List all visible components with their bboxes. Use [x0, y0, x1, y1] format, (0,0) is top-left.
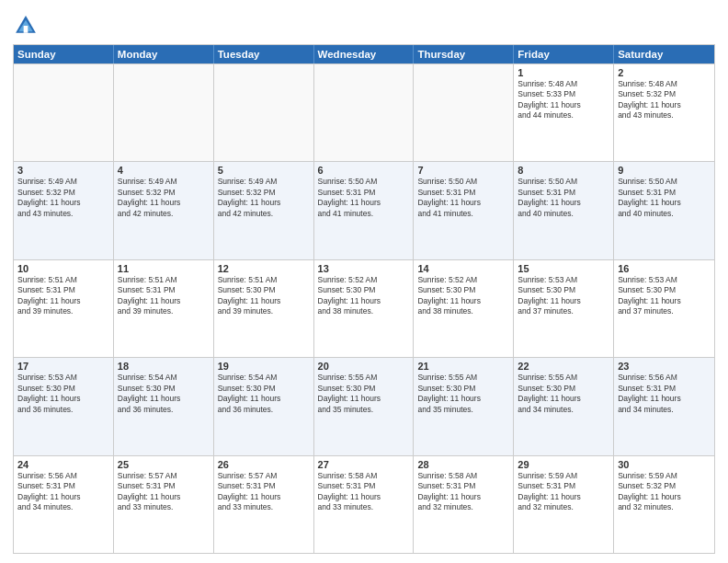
cell-info: Sunrise: 5:50 AM Sunset: 5:31 PM Dayligh… [417, 177, 509, 219]
cal-cell-3-5: 14Sunrise: 5:52 AM Sunset: 5:30 PM Dayli… [414, 260, 514, 357]
cal-week-2: 3Sunrise: 5:49 AM Sunset: 5:32 PM Daylig… [14, 161, 714, 259]
cal-cell-5-3: 26Sunrise: 5:57 AM Sunset: 5:31 PM Dayli… [214, 456, 314, 553]
day-number: 19 [218, 361, 310, 372]
cal-cell-5-7: 30Sunrise: 5:59 AM Sunset: 5:32 PM Dayli… [614, 456, 714, 553]
day-number: 2 [618, 67, 711, 78]
cell-info: Sunrise: 5:52 AM Sunset: 5:30 PM Dayligh… [318, 275, 410, 317]
cell-info: Sunrise: 5:48 AM Sunset: 5:33 PM Dayligh… [518, 79, 609, 121]
cal-cell-5-1: 24Sunrise: 5:56 AM Sunset: 5:31 PM Dayli… [14, 456, 114, 553]
cell-info: Sunrise: 5:50 AM Sunset: 5:31 PM Dayligh… [318, 177, 410, 219]
cell-info: Sunrise: 5:59 AM Sunset: 5:32 PM Dayligh… [618, 471, 711, 513]
day-number: 1 [518, 67, 609, 78]
day-number: 7 [417, 165, 509, 176]
cal-cell-2-2: 4Sunrise: 5:49 AM Sunset: 5:32 PM Daylig… [114, 162, 214, 259]
cal-cell-4-6: 22Sunrise: 5:55 AM Sunset: 5:30 PM Dayli… [514, 358, 614, 454]
cell-info: Sunrise: 5:55 AM Sunset: 5:30 PM Dayligh… [518, 373, 609, 415]
calendar-body: 1Sunrise: 5:48 AM Sunset: 5:33 PM Daylig… [14, 63, 714, 553]
header [13, 9, 715, 39]
cell-info: Sunrise: 5:57 AM Sunset: 5:31 PM Dayligh… [218, 471, 310, 513]
cal-cell-3-7: 16Sunrise: 5:53 AM Sunset: 5:30 PM Dayli… [614, 260, 714, 357]
cal-cell-2-1: 3Sunrise: 5:49 AM Sunset: 5:32 PM Daylig… [14, 162, 114, 259]
cell-info: Sunrise: 5:54 AM Sunset: 5:30 PM Dayligh… [118, 373, 210, 415]
day-number: 21 [417, 361, 509, 372]
cal-header-sunday: Sunday [14, 45, 114, 63]
calendar-header-row: SundayMondayTuesdayWednesdayThursdayFrid… [14, 45, 714, 63]
calendar: SundayMondayTuesdayWednesdayThursdayFrid… [13, 44, 715, 554]
cal-cell-4-2: 18Sunrise: 5:54 AM Sunset: 5:30 PM Dayli… [114, 358, 214, 454]
cal-cell-4-1: 17Sunrise: 5:53 AM Sunset: 5:30 PM Dayli… [14, 358, 114, 454]
cell-info: Sunrise: 5:51 AM Sunset: 5:30 PM Dayligh… [218, 275, 310, 317]
cal-week-1: 1Sunrise: 5:48 AM Sunset: 5:33 PM Daylig… [14, 63, 714, 161]
cal-cell-5-5: 28Sunrise: 5:58 AM Sunset: 5:31 PM Dayli… [414, 456, 514, 553]
cal-cell-1-5 [414, 64, 514, 161]
day-number: 9 [618, 165, 711, 176]
cal-cell-2-7: 9Sunrise: 5:50 AM Sunset: 5:31 PM Daylig… [614, 162, 714, 259]
cal-header-thursday: Thursday [414, 45, 514, 63]
logo [13, 13, 42, 39]
cell-info: Sunrise: 5:51 AM Sunset: 5:31 PM Dayligh… [17, 275, 109, 317]
cell-info: Sunrise: 5:49 AM Sunset: 5:32 PM Dayligh… [118, 177, 210, 219]
cal-cell-5-4: 27Sunrise: 5:58 AM Sunset: 5:31 PM Dayli… [314, 456, 415, 553]
cal-cell-3-4: 13Sunrise: 5:52 AM Sunset: 5:30 PM Dayli… [314, 260, 415, 357]
cal-header-saturday: Saturday [614, 45, 714, 63]
day-number: 4 [118, 165, 210, 176]
cell-info: Sunrise: 5:53 AM Sunset: 5:30 PM Dayligh… [17, 373, 109, 415]
cal-cell-1-6: 1Sunrise: 5:48 AM Sunset: 5:33 PM Daylig… [514, 64, 614, 161]
cell-info: Sunrise: 5:52 AM Sunset: 5:30 PM Dayligh… [417, 275, 509, 317]
cell-info: Sunrise: 5:57 AM Sunset: 5:31 PM Dayligh… [118, 471, 210, 513]
cal-header-friday: Friday [514, 45, 614, 63]
day-number: 29 [518, 459, 609, 470]
day-number: 20 [318, 361, 410, 372]
cal-cell-1-4 [314, 64, 415, 161]
cal-cell-3-2: 11Sunrise: 5:51 AM Sunset: 5:31 PM Dayli… [114, 260, 214, 357]
svg-rect-2 [24, 26, 28, 33]
day-number: 30 [618, 459, 711, 470]
cell-info: Sunrise: 5:54 AM Sunset: 5:30 PM Dayligh… [218, 373, 310, 415]
day-number: 28 [417, 459, 509, 470]
cal-header-wednesday: Wednesday [314, 45, 415, 63]
cell-info: Sunrise: 5:55 AM Sunset: 5:30 PM Dayligh… [318, 373, 410, 415]
cell-info: Sunrise: 5:53 AM Sunset: 5:30 PM Dayligh… [618, 275, 711, 317]
day-number: 15 [518, 263, 609, 274]
day-number: 18 [118, 361, 210, 372]
cell-info: Sunrise: 5:53 AM Sunset: 5:30 PM Dayligh… [518, 275, 609, 317]
day-number: 22 [518, 361, 609, 372]
cell-info: Sunrise: 5:50 AM Sunset: 5:31 PM Dayligh… [518, 177, 609, 219]
cal-week-5: 24Sunrise: 5:56 AM Sunset: 5:31 PM Dayli… [14, 455, 714, 553]
day-number: 3 [17, 165, 109, 176]
cell-info: Sunrise: 5:58 AM Sunset: 5:31 PM Dayligh… [318, 471, 410, 513]
cal-cell-4-3: 19Sunrise: 5:54 AM Sunset: 5:30 PM Dayli… [214, 358, 314, 454]
cal-cell-2-6: 8Sunrise: 5:50 AM Sunset: 5:31 PM Daylig… [514, 162, 614, 259]
cal-cell-1-3 [214, 64, 314, 161]
cal-cell-3-6: 15Sunrise: 5:53 AM Sunset: 5:30 PM Dayli… [514, 260, 614, 357]
cell-info: Sunrise: 5:50 AM Sunset: 5:31 PM Dayligh… [618, 177, 711, 219]
cell-info: Sunrise: 5:59 AM Sunset: 5:31 PM Dayligh… [518, 471, 609, 513]
page: SundayMondayTuesdayWednesdayThursdayFrid… [0, 0, 728, 563]
cell-info: Sunrise: 5:48 AM Sunset: 5:32 PM Dayligh… [618, 79, 711, 121]
cal-cell-1-2 [114, 64, 214, 161]
cal-week-3: 10Sunrise: 5:51 AM Sunset: 5:31 PM Dayli… [14, 259, 714, 357]
cell-info: Sunrise: 5:49 AM Sunset: 5:32 PM Dayligh… [218, 177, 310, 219]
cal-cell-3-1: 10Sunrise: 5:51 AM Sunset: 5:31 PM Dayli… [14, 260, 114, 357]
cal-cell-2-4: 6Sunrise: 5:50 AM Sunset: 5:31 PM Daylig… [314, 162, 415, 259]
cal-cell-3-3: 12Sunrise: 5:51 AM Sunset: 5:30 PM Dayli… [214, 260, 314, 357]
cal-header-tuesday: Tuesday [214, 45, 314, 63]
cal-week-4: 17Sunrise: 5:53 AM Sunset: 5:30 PM Dayli… [14, 357, 714, 454]
day-number: 27 [318, 459, 410, 470]
day-number: 6 [318, 165, 410, 176]
cal-header-monday: Monday [114, 45, 214, 63]
day-number: 12 [218, 263, 310, 274]
cal-cell-5-6: 29Sunrise: 5:59 AM Sunset: 5:31 PM Dayli… [514, 456, 614, 553]
day-number: 14 [417, 263, 509, 274]
day-number: 26 [218, 459, 310, 470]
cal-cell-4-7: 23Sunrise: 5:56 AM Sunset: 5:31 PM Dayli… [614, 358, 714, 454]
cell-info: Sunrise: 5:56 AM Sunset: 5:31 PM Dayligh… [618, 373, 711, 415]
cal-cell-2-5: 7Sunrise: 5:50 AM Sunset: 5:31 PM Daylig… [414, 162, 514, 259]
day-number: 11 [118, 263, 210, 274]
day-number: 23 [618, 361, 711, 372]
day-number: 13 [318, 263, 410, 274]
day-number: 5 [218, 165, 310, 176]
day-number: 16 [618, 263, 711, 274]
day-number: 8 [518, 165, 609, 176]
cal-cell-4-5: 21Sunrise: 5:55 AM Sunset: 5:30 PM Dayli… [414, 358, 514, 454]
